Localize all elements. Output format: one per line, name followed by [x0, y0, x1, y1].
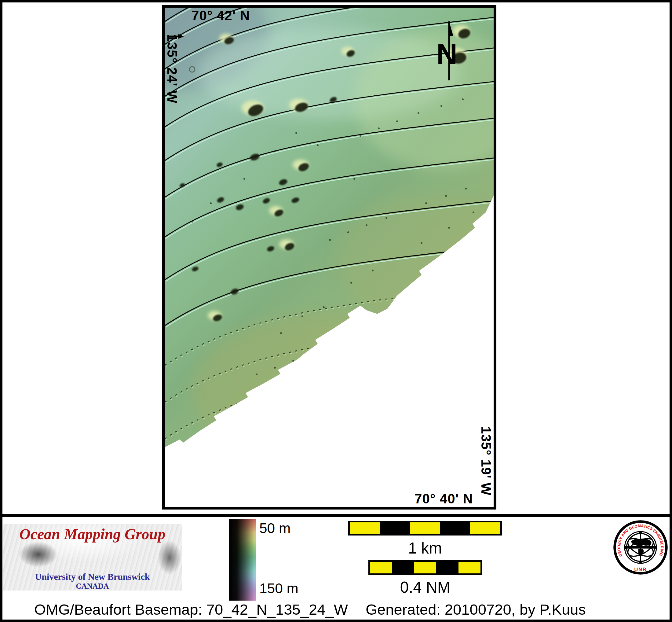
caption-generated: Generated: 20100720, by P.Kuus	[366, 601, 586, 618]
omg-logo-university: University of New Brunswick	[3, 572, 182, 582]
omg-logo-title: Ocean Mapping Group	[3, 525, 182, 543]
legend-separator	[0, 514, 672, 517]
map-label-longitude-right: 135° 19' W	[478, 426, 494, 495]
caption: OMG/Beaufort Basemap: 70_42_N_135_24_WGe…	[34, 601, 586, 618]
scalebar-km	[348, 521, 502, 535]
omg-logo: Ocean Mapping Group University of New Br…	[3, 524, 182, 590]
caption-basemap: OMG/Beaufort Basemap: 70_42_N_135_24_W	[34, 601, 348, 618]
unb-geodesy-seal: GEODESY AND GEOMATICS ENGINEERING UNB	[613, 520, 668, 575]
depth-max-label: 150 m	[259, 580, 298, 597]
grid-tick-arrow-icon	[167, 32, 185, 40]
scalebar-km-label: 1 km	[348, 539, 502, 557]
depth-colorbar	[229, 519, 256, 600]
scalebar-nm	[368, 560, 482, 575]
omg-logo-country: CANADA	[3, 582, 182, 590]
map-label-latitude-top: 70° 42' N	[191, 8, 250, 23]
north-label: N	[437, 38, 457, 70]
map-label-longitude-left: 135° 24' W	[164, 34, 180, 103]
seal-acronym: UNB	[634, 567, 647, 572]
map-sheet-page: 70° 42' N 135° 24' W 135° 19' W 70° 40' …	[0, 0, 672, 622]
scalebar-nm-label: 0.4 NM	[368, 578, 482, 596]
map-label-latitude-bottom: 70° 40' N	[414, 491, 473, 507]
depth-min-label: 50 m	[259, 520, 291, 537]
north-arrow-icon: N	[435, 18, 463, 83]
